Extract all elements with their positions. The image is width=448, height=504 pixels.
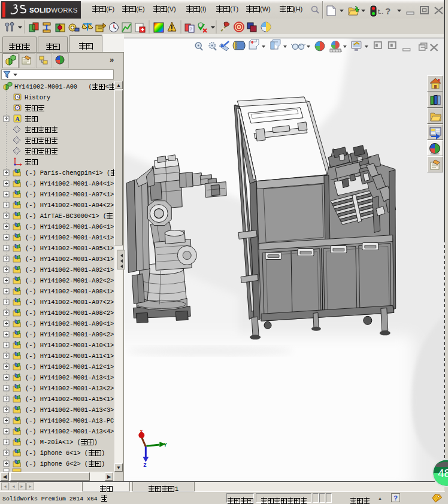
svg-text:X: X bbox=[140, 429, 143, 435]
svg-text:?: ? bbox=[190, 26, 193, 32]
svg-text:Z: Z bbox=[143, 463, 146, 469]
svg-text:Y: Y bbox=[164, 442, 167, 448]
